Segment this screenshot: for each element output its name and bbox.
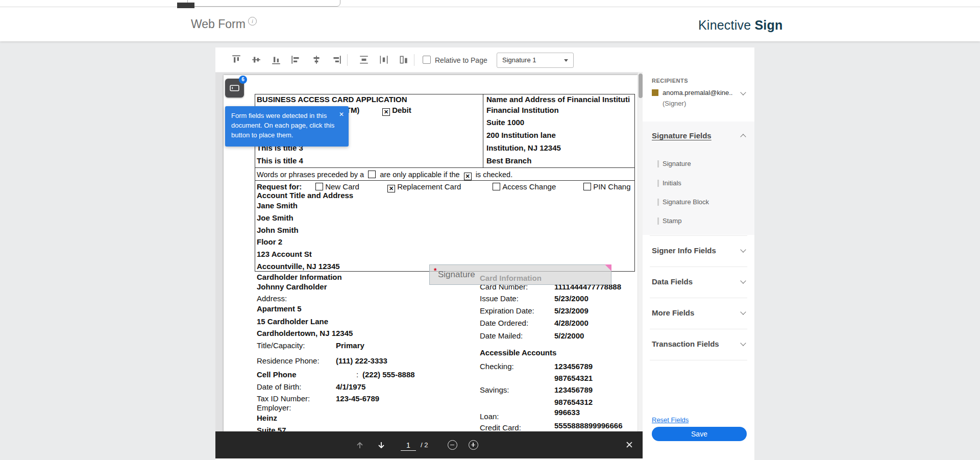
editor-panel: Relative to Page Signature 1 BUSINESS AC…	[215, 47, 754, 460]
doc-line: Apartment 5	[257, 304, 302, 313]
doc-line: Best Branch	[486, 156, 531, 165]
toolbar-separator	[414, 54, 414, 66]
doc-value: 5/23/2000	[554, 294, 589, 303]
align-left-icon[interactable]	[291, 55, 301, 65]
section-signer-info-fields[interactable]: Signer Info Fields	[652, 246, 716, 255]
doc-value: (111) 222-3333	[336, 356, 387, 366]
doc-text: is checked.	[476, 171, 513, 179]
document-scrollbar[interactable]	[638, 72, 643, 431]
brand-logo: Kinective Sign	[698, 18, 782, 33]
chevron-down-icon[interactable]	[740, 309, 746, 314]
section-more-fields[interactable]: More Fields	[652, 308, 694, 317]
doc-value: 5555888899996666	[554, 421, 622, 430]
sidebar-divider	[650, 235, 747, 236]
next-page-icon[interactable]	[376, 440, 386, 450]
sidebar-divider	[650, 298, 747, 298]
section-transaction-fields[interactable]: Transaction Fields	[652, 340, 719, 348]
doc-line: Jane Smith	[257, 201, 298, 210]
save-button[interactable]: Save	[652, 427, 747, 441]
browser-tab-remnant[interactable]	[187, 0, 340, 7]
doc-line: This is title 4	[257, 156, 303, 165]
match-size-icon[interactable]	[399, 55, 409, 65]
app-header: Web Form i Kinective Sign	[0, 7, 980, 41]
close-icon[interactable]: ✕	[339, 110, 344, 119]
brand-regular: Kinective	[698, 18, 751, 32]
field-item-signature-block[interactable]: Signature Block	[657, 198, 709, 206]
doc-text: Words or phrases preceded by a	[257, 171, 364, 179]
doc-label: Cell Phone	[257, 370, 297, 379]
signature-field-placeholder[interactable]: * Signature	[429, 264, 611, 285]
field-corner-handle[interactable]	[605, 264, 611, 271]
field-type-select[interactable]: Signature 1	[497, 53, 574, 68]
alignment-toolbar: Relative to Page Signature 1	[215, 47, 643, 72]
checked-checkbox: ✕	[387, 185, 395, 192]
doc-label: Checking:	[480, 362, 514, 371]
field-item-stamp[interactable]: Stamp	[657, 217, 682, 225]
doc-line: Suite 57	[257, 426, 286, 431]
chevron-down-icon[interactable]	[740, 278, 746, 283]
doc-label: Employer:	[257, 403, 291, 413]
info-icon[interactable]: i	[248, 17, 257, 26]
doc-label: Savings:	[480, 385, 509, 395]
chevron-down-icon	[564, 59, 568, 62]
browser-chrome-strip	[0, 0, 980, 7]
distribute-horizontal-icon[interactable]	[379, 55, 389, 65]
place-form-fields-button[interactable]: 6	[225, 79, 244, 98]
doc-label: Residence Phone:	[257, 356, 320, 366]
doc-text: :	[356, 370, 358, 379]
relative-to-page-checkbox[interactable]	[423, 56, 431, 64]
distribute-vertical-icon[interactable]	[359, 55, 369, 65]
chevron-down-icon[interactable]	[740, 247, 746, 252]
table-rule	[255, 167, 635, 168]
form-fields-tooltip: Form fields were detected in this docume…	[225, 106, 349, 147]
doc-text: Replacement Card	[397, 182, 461, 191]
page-number-input[interactable]	[401, 440, 416, 451]
detected-fields-badge: 6	[239, 76, 247, 84]
unchecked-checkbox	[493, 183, 500, 190]
doc-header: Account Title and Address	[257, 191, 353, 200]
align-right-icon[interactable]	[331, 55, 341, 65]
doc-option: PIN Chang	[583, 182, 631, 191]
recipient-chevron-down-icon[interactable]	[740, 89, 746, 95]
doc-line: Floor 2	[257, 237, 282, 247]
section-data-fields[interactable]: Data Fields	[652, 277, 693, 286]
doc-option: Access Change	[493, 182, 556, 191]
close-viewer-icon[interactable]	[625, 441, 633, 449]
recipients-label: RECIPIENTS	[652, 78, 688, 84]
align-horizontal-center-icon[interactable]	[311, 55, 322, 65]
page-total-label: / 2	[421, 441, 428, 449]
brand-bold: Sign	[754, 18, 782, 32]
drag-handle	[657, 180, 659, 187]
doc-label: Address:	[257, 294, 287, 303]
align-top-icon[interactable]	[231, 55, 241, 65]
recipient-color-swatch	[652, 89, 658, 96]
relative-to-page-label: Relative to Page	[435, 56, 487, 64]
chevron-down-icon[interactable]	[740, 340, 746, 346]
doc-label: Expiration Date:	[480, 306, 534, 316]
field-item-initials[interactable]: Initials	[657, 179, 681, 187]
doc-value: (222) 555-8888	[362, 370, 415, 379]
zoom-in-icon[interactable]	[469, 440, 478, 450]
doc-label: Date Ordered:	[480, 319, 528, 328]
doc-line: Heinz	[257, 414, 277, 423]
doc-words-line: Words or phrases preceded by a are only …	[257, 170, 512, 180]
align-vertical-center-icon[interactable]	[251, 55, 261, 65]
zoom-out-icon[interactable]	[448, 440, 457, 450]
doc-value: 123456789	[554, 385, 593, 395]
document-viewport: BUSINESS ACCESS CARD APPLICATION (ATM) ✕…	[215, 72, 643, 431]
align-bottom-icon[interactable]	[271, 55, 281, 65]
document-column: Relative to Page Signature 1 BUSINESS AC…	[215, 47, 643, 460]
doc-label: Credit Card:	[480, 423, 521, 431]
doc-line: Financial Institution	[486, 106, 559, 115]
previous-page-icon[interactable]	[355, 440, 365, 450]
reset-fields-link[interactable]: Reset Fields	[652, 416, 689, 424]
doc-debit-option: ✕ Debit	[382, 106, 411, 116]
unchecked-checkbox	[583, 183, 591, 190]
chrome-divider	[0, 7, 980, 7]
field-item-signature[interactable]: Signature	[657, 160, 691, 167]
doc-line: Cardholdertown, NJ 12345	[257, 329, 353, 338]
unchecked-checkbox	[368, 171, 376, 178]
section-signature-fields[interactable]: Signature Fields	[652, 131, 712, 140]
scrollbar-thumb[interactable]	[639, 74, 643, 98]
doc-line: John Smith	[257, 226, 299, 235]
